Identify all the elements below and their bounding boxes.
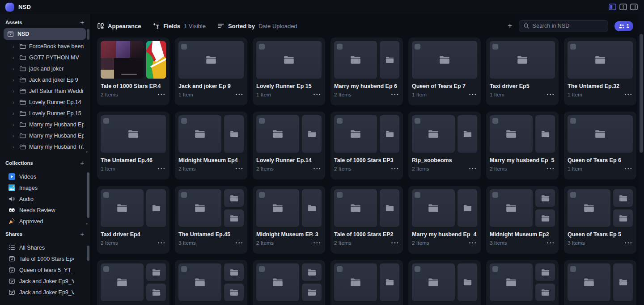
folder-tile[interactable] — [568, 189, 610, 227]
folder-tile[interactable] — [101, 263, 144, 301]
folder-tile[interactable] — [535, 284, 555, 301]
select-checkbox[interactable] — [337, 118, 343, 124]
asset-card[interactable]: Jack and joker Ep 91 Item··· — [175, 38, 247, 105]
select-checkbox[interactable] — [415, 44, 420, 50]
card-menu-button[interactable]: ··· — [314, 240, 322, 246]
select-checkbox[interactable] — [259, 118, 265, 124]
collection-item[interactable]: Needs Review — [0, 205, 90, 216]
folder-tile[interactable] — [101, 189, 144, 227]
sidebar-asset-folder[interactable]: ›jack and joker — [3, 63, 90, 74]
card-menu-button[interactable]: ··· — [158, 240, 166, 246]
folder-tile[interactable] — [380, 263, 399, 301]
asset-card[interactable]: Lovely Runner Ep 151 Item··· — [253, 38, 325, 105]
chevron-right-icon[interactable]: › — [13, 88, 16, 94]
folder-tile[interactable] — [458, 115, 477, 153]
card-menu-button[interactable]: ··· — [625, 166, 633, 172]
folder-tile[interactable] — [568, 115, 633, 153]
members-button[interactable]: 1 — [614, 21, 633, 31]
card-menu-button[interactable]: ··· — [236, 240, 244, 246]
card-menu-button[interactable]: ··· — [547, 92, 555, 98]
share-item[interactable]: Queen of tears 5_YT_V1 — [0, 264, 90, 276]
collection-item[interactable]: Videos — [0, 171, 90, 182]
card-menu-button[interactable]: ··· — [469, 166, 478, 172]
card-menu-button[interactable]: ··· — [158, 166, 166, 172]
folder-tile[interactable] — [178, 189, 221, 227]
card-menu-button[interactable]: ··· — [391, 240, 400, 246]
folder-tile[interactable] — [490, 115, 533, 153]
sidebar-asset-folder[interactable]: ›Marry my Husband Ep — [3, 152, 90, 155]
asset-card[interactable]: ··· — [175, 260, 247, 305]
panel-left-toggle-icon[interactable] — [609, 4, 616, 10]
card-menu-button[interactable]: ··· — [391, 166, 400, 172]
asset-card[interactable]: Rip_soobeoms2 Items··· — [408, 112, 481, 180]
asset-card[interactable]: Marry my husbend Ep 52 Items··· — [486, 112, 559, 180]
folder-tile[interactable] — [412, 263, 455, 301]
folder-tile[interactable] — [568, 263, 610, 301]
chevron-right-icon[interactable]: › — [13, 133, 16, 138]
select-checkbox[interactable] — [259, 266, 265, 272]
asset-card[interactable]: Tale of 1000 Stars EP32 Items··· — [330, 112, 403, 180]
sidebar-asset-folder[interactable]: ›Jeff Satur Rain Weddin... — [3, 85, 90, 96]
folder-tile[interactable] — [224, 263, 244, 281]
folder-tile[interactable] — [224, 209, 244, 227]
folder-tile[interactable] — [224, 284, 244, 301]
share-item[interactable]: All Shares — [0, 242, 90, 253]
select-checkbox[interactable] — [337, 192, 343, 198]
select-checkbox[interactable] — [570, 266, 576, 272]
select-checkbox[interactable] — [259, 44, 265, 50]
folder-tile[interactable] — [256, 189, 299, 227]
select-checkbox[interactable] — [103, 118, 109, 124]
collection-item[interactable]: Images — [0, 182, 90, 193]
folder-tile[interactable] — [256, 115, 299, 153]
folder-tile[interactable] — [535, 209, 555, 227]
folder-tile[interactable] — [178, 263, 221, 301]
folder-tile[interactable] — [613, 209, 633, 227]
scroll-down-icon[interactable]: ▾ — [86, 150, 88, 154]
select-checkbox[interactable] — [570, 192, 576, 198]
folder-tile[interactable] — [302, 189, 322, 227]
sidebar-asset-folder[interactable]: ›ForceBook have been ... — [3, 41, 90, 52]
share-item[interactable]: Jack and Joker Ep9_YT_V2 — [0, 276, 90, 287]
appearance-button[interactable]: Appearance — [97, 22, 141, 29]
folder-tile[interactable] — [490, 263, 533, 301]
sidebar-asset-folder[interactable]: ›Jack and joker Ep 9 — [3, 74, 90, 85]
select-checkbox[interactable] — [181, 44, 187, 50]
panel-middle-toggle-icon[interactable] — [619, 4, 627, 10]
asset-card[interactable]: Marry my husbend Ep 62 Items··· — [330, 38, 403, 105]
select-checkbox[interactable] — [570, 118, 576, 124]
folder-tile[interactable] — [178, 41, 244, 79]
select-checkbox[interactable] — [259, 192, 265, 198]
sidebar-asset-folder[interactable]: ›Lovely Runner Ep 15 — [3, 108, 90, 119]
select-checkbox[interactable] — [415, 192, 420, 198]
folder-tile[interactable] — [334, 115, 377, 153]
card-menu-button[interactable]: ··· — [625, 92, 633, 98]
collections-add-button[interactable]: + — [80, 159, 84, 166]
folder-tile[interactable] — [302, 284, 322, 301]
card-menu-button[interactable]: ··· — [236, 166, 244, 172]
folder-tile[interactable] — [334, 263, 377, 301]
card-menu-button[interactable]: ··· — [158, 92, 166, 98]
card-menu-button[interactable]: ··· — [236, 92, 244, 98]
media-thumbnail[interactable] — [101, 41, 144, 79]
asset-card[interactable]: ··· — [253, 260, 325, 305]
scroll-down-icon[interactable]: ▾ — [86, 222, 88, 226]
fields-button[interactable]: Fields 1 Visible — [153, 22, 205, 29]
folder-tile[interactable] — [146, 189, 166, 227]
search-input[interactable] — [533, 23, 604, 29]
asset-card[interactable]: Tale of 1000 Stars EP22 Items··· — [330, 186, 403, 254]
media-thumbnail[interactable] — [146, 41, 166, 79]
app-logo[interactable] — [5, 3, 14, 12]
asset-card[interactable]: ··· — [97, 260, 169, 305]
chevron-right-icon[interactable]: › — [13, 44, 16, 49]
folder-tile[interactable] — [458, 263, 477, 301]
chevron-right-icon[interactable]: › — [13, 66, 16, 71]
collection-item[interactable]: Approved — [0, 216, 90, 226]
select-checkbox[interactable] — [181, 266, 187, 272]
chevron-right-icon[interactable]: › — [13, 55, 16, 60]
select-checkbox[interactable] — [415, 118, 420, 124]
folder-tile[interactable] — [146, 263, 166, 281]
folder-tile[interactable] — [490, 189, 533, 227]
asset-card[interactable]: Queen of Tears Ep 61 Item··· — [564, 112, 636, 180]
folder-tile[interactable] — [380, 189, 399, 227]
folder-tile[interactable] — [101, 115, 166, 153]
